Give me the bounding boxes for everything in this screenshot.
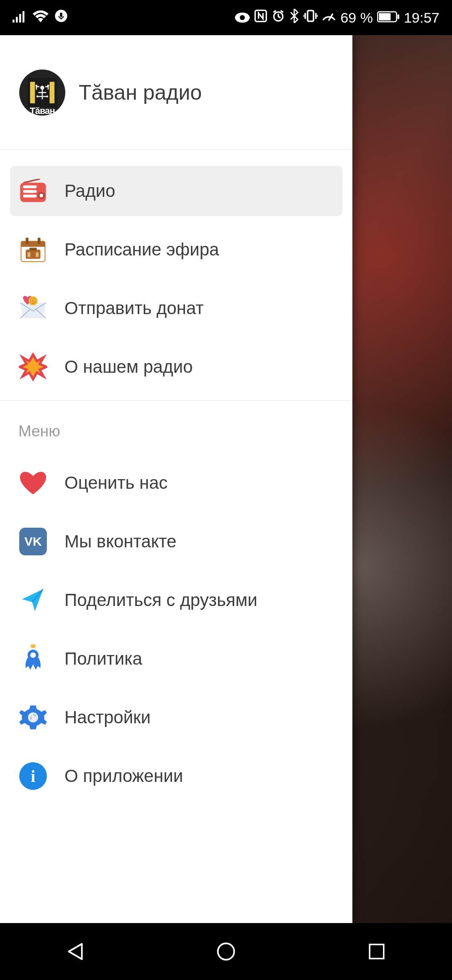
system-nav-bar	[0, 923, 452, 980]
drawer-item-label: Поделиться с друзьями	[64, 590, 257, 610]
drawer-item-about-radio[interactable]: О нашем радио	[10, 342, 342, 392]
drawer-item-label: Настройки	[64, 707, 151, 727]
svg-rect-28	[21, 241, 45, 247]
drawer-header: Тăван Тăван радио	[0, 35, 352, 150]
svg-point-19	[36, 95, 39, 98]
drawer-item-label: О приложении	[64, 766, 183, 786]
drawer-item-radio[interactable]: Радио	[10, 166, 342, 216]
svg-point-42	[218, 944, 234, 960]
drawer-item-policy[interactable]: Политика	[10, 634, 342, 684]
svg-rect-11	[379, 13, 390, 20]
svg-rect-33	[28, 253, 31, 257]
svg-point-20	[46, 95, 48, 98]
alarm-icon	[272, 9, 285, 26]
schedule-icon	[18, 235, 48, 264]
drawer-item-donate[interactable]: $ Отправить донат	[10, 283, 342, 333]
svg-point-17	[36, 85, 38, 87]
svg-text:$: $	[32, 299, 35, 304]
bluetooth-icon	[289, 9, 299, 26]
svg-rect-5	[60, 13, 62, 17]
svg-rect-30	[38, 237, 41, 244]
drawer-item-label: Мы вконтакте	[64, 531, 177, 552]
svg-point-6	[240, 15, 245, 20]
svg-rect-14	[30, 82, 35, 103]
svg-rect-0	[13, 19, 15, 22]
svg-point-40	[30, 652, 36, 658]
clock-time: 19:57	[404, 10, 439, 26]
svg-rect-32	[29, 248, 37, 251]
drawer-item-label: Отправить донат	[64, 298, 204, 318]
section-header-menu: Меню	[10, 401, 342, 458]
drawer-item-share[interactable]: Поделиться с друзьями	[10, 575, 342, 625]
svg-rect-9	[308, 10, 313, 21]
data-speed-icon	[322, 9, 336, 26]
drawer-item-label: Оценить нас	[64, 473, 168, 493]
battery-percentage: 69 %	[340, 10, 373, 26]
policy-icon	[18, 644, 48, 673]
svg-rect-29	[26, 237, 28, 244]
drawer-item-rate-us[interactable]: Оценить нас	[10, 458, 342, 508]
eye-icon	[235, 10, 250, 26]
drawer-item-settings[interactable]: Настройки	[10, 692, 342, 743]
drawer-item-vkontakte[interactable]: VK Мы вконтакте	[10, 516, 342, 567]
svg-point-18	[47, 85, 49, 87]
info-icon: i	[18, 761, 48, 791]
drawer-item-label: Политика	[64, 649, 142, 669]
svg-rect-2	[19, 14, 21, 22]
battery-icon	[377, 10, 400, 26]
radio-icon	[18, 176, 48, 206]
drawer-item-label: О нашем радио	[64, 357, 193, 377]
about-radio-icon	[18, 352, 48, 382]
vk-icon: VK	[18, 527, 48, 556]
nav-home-button[interactable]	[213, 939, 239, 964]
drawer-item-label: Расписание эфира	[64, 240, 219, 260]
donate-icon: $	[18, 294, 48, 323]
svg-point-38	[32, 645, 35, 648]
heart-icon	[18, 468, 48, 498]
svg-rect-22	[23, 186, 37, 188]
signal-icon	[13, 10, 27, 26]
drawer-primary-section: Радио Расписание эфира	[0, 150, 352, 810]
app-logo-text: Тăван	[30, 106, 54, 116]
app-logo: Тăван	[19, 70, 65, 116]
svg-point-26	[39, 194, 43, 198]
settings-icon	[18, 703, 48, 732]
svg-rect-24	[23, 195, 37, 198]
wifi-icon	[33, 10, 49, 26]
svg-rect-34	[36, 253, 39, 257]
nfc-icon	[254, 9, 267, 26]
mic-icon	[54, 9, 68, 26]
share-icon	[18, 585, 48, 615]
nav-recent-button[interactable]	[364, 939, 389, 964]
vibrate-icon	[303, 9, 318, 26]
svg-rect-43	[370, 944, 384, 959]
navigation-drawer: Тăван Тăван радио Радио	[0, 35, 352, 923]
drawer-item-label: Радио	[64, 181, 115, 201]
svg-rect-15	[50, 82, 55, 103]
nav-back-button[interactable]	[63, 939, 88, 964]
status-bar: 69 % 19:57	[0, 0, 452, 35]
svg-point-16	[40, 85, 44, 89]
drawer-item-about-app[interactable]: i О приложении	[10, 751, 342, 801]
app-title: Тăван радио	[79, 80, 202, 105]
svg-rect-3	[23, 11, 25, 22]
svg-rect-1	[16, 17, 18, 23]
drawer-item-schedule[interactable]: Расписание эфира	[10, 224, 342, 275]
svg-rect-12	[398, 14, 399, 19]
svg-rect-23	[23, 190, 37, 193]
